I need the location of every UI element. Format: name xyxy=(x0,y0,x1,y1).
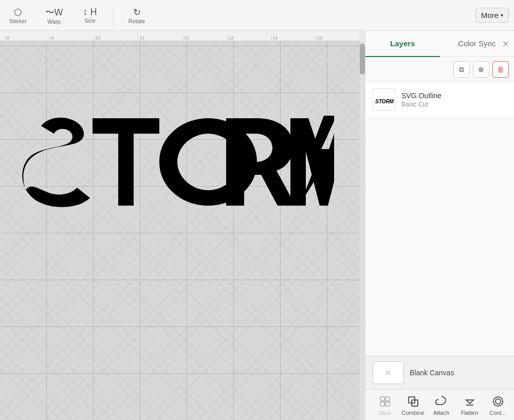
contour-label: Cont... xyxy=(489,410,506,416)
tab-layers[interactable]: Layers xyxy=(365,31,440,56)
close-icon[interactable]: ✕ xyxy=(502,39,509,48)
size-tool[interactable]: ↕ H Size xyxy=(77,7,103,24)
combine-action[interactable]: Combine xyxy=(399,394,427,416)
toolbar-divider xyxy=(113,5,114,26)
ruler-mark-10: 10 xyxy=(94,36,138,41)
add-icon: ⊕ xyxy=(478,65,484,74)
main-area: 8 9 10 11 12 13 14 15 xyxy=(0,31,514,420)
panel-tabs: Layers Color Sync ✕ xyxy=(365,31,514,57)
ruler-top: 8 9 10 11 12 13 14 15 xyxy=(0,31,360,41)
slice-label: Slice xyxy=(379,410,391,416)
size-label: Size xyxy=(84,17,95,24)
svg-rect-3 xyxy=(380,402,384,406)
delete-layer-button[interactable]: 🗑 xyxy=(492,61,509,78)
bottom-action-bar: Slice Combine Attach xyxy=(365,389,514,420)
canvas-grid[interactable] xyxy=(0,41,360,420)
more-label: More xyxy=(481,11,499,20)
storm-logo-container[interactable] xyxy=(15,98,334,223)
ruler-mark-8: 8 xyxy=(5,36,49,41)
ruler-mark-14: 14 xyxy=(271,36,316,41)
contour-icon xyxy=(491,394,505,409)
layer-thumbnail: STORM xyxy=(373,88,395,111)
copy-icon: ⧉ xyxy=(459,65,464,74)
blank-canvas-thumbnail xyxy=(373,361,403,384)
contour-action[interactable]: Cont... xyxy=(484,394,512,416)
svg-text:STORM: STORM xyxy=(375,99,394,104)
svg-rect-4 xyxy=(386,402,390,406)
attach-icon xyxy=(434,394,449,409)
blank-canvas-section: Blank Canvas xyxy=(365,356,514,389)
flatten-action[interactable]: Flatten xyxy=(455,394,484,416)
size-icon: ↕ H xyxy=(83,7,97,17)
sticker-icon: ⬡ xyxy=(14,7,22,18)
ruler-mark-12: 12 xyxy=(182,36,227,41)
ruler-mark-11: 11 xyxy=(138,36,182,41)
rotate-label: Rotate xyxy=(128,18,145,24)
blank-canvas-label: Blank Canvas xyxy=(410,369,454,377)
right-panel: Layers Color Sync ✕ ⧉ ⊕ 🗑 S xyxy=(365,31,514,420)
svg-rect-1 xyxy=(380,397,384,401)
main-toolbar: ⬡ Sticker 〜W Warp ↕ H Size ↻ Rotate More… xyxy=(0,0,514,31)
layer-name: SVG Outline xyxy=(401,92,507,100)
scrollbar-thumb[interactable] xyxy=(360,44,365,75)
add-layer-button[interactable]: ⊕ xyxy=(473,61,489,78)
combine-label: Combine xyxy=(401,410,424,416)
sticker-label: Sticker xyxy=(9,18,27,24)
rotate-icon: ↻ xyxy=(133,7,141,18)
storm-text-group xyxy=(22,116,334,207)
combine-icon xyxy=(406,394,420,409)
canvas-area[interactable]: 8 9 10 11 12 13 14 15 xyxy=(0,31,365,420)
ruler-mark-13: 13 xyxy=(227,36,271,41)
svg-rect-2 xyxy=(386,397,390,401)
layer-thumb-svg: STORM xyxy=(373,89,395,111)
svg-point-8 xyxy=(493,397,503,406)
trash-icon: 🗑 xyxy=(497,65,504,74)
panel-content: STORM SVG Outline Basic Cut xyxy=(365,82,514,356)
vertical-scrollbar[interactable] xyxy=(360,41,365,420)
warp-icon: 〜W xyxy=(45,6,63,19)
attach-label: Attach xyxy=(433,410,449,416)
ruler-mark-9: 9 xyxy=(49,36,94,41)
layer-info: SVG Outline Basic Cut xyxy=(401,92,507,108)
copy-layer-button[interactable]: ⧉ xyxy=(453,61,470,78)
ruler-marks: 8 9 10 11 12 13 14 15 xyxy=(0,36,360,41)
slice-action[interactable]: Slice xyxy=(371,394,399,416)
attach-action[interactable]: Attach xyxy=(427,394,455,416)
warp-label: Warp xyxy=(47,19,61,25)
warp-tool[interactable]: 〜W Warp xyxy=(41,6,67,25)
layer-type: Basic Cut xyxy=(401,101,507,108)
chevron-down-icon: ▾ xyxy=(501,12,503,18)
storm-svg xyxy=(15,98,334,221)
flatten-icon xyxy=(463,394,477,409)
svg-point-9 xyxy=(495,399,501,404)
panel-toolbar: ⧉ ⊕ 🗑 xyxy=(365,57,514,82)
more-button[interactable]: More ▾ xyxy=(475,8,509,23)
ruler-mark-15: 15 xyxy=(316,36,360,41)
layer-item-storm[interactable]: STORM SVG Outline Basic Cut xyxy=(365,82,514,118)
rotate-tool[interactable]: ↻ Rotate xyxy=(124,7,150,24)
slice-icon xyxy=(378,394,392,409)
sticker-tool[interactable]: ⬡ Sticker xyxy=(5,7,31,24)
flatten-label: Flatten xyxy=(461,410,479,416)
